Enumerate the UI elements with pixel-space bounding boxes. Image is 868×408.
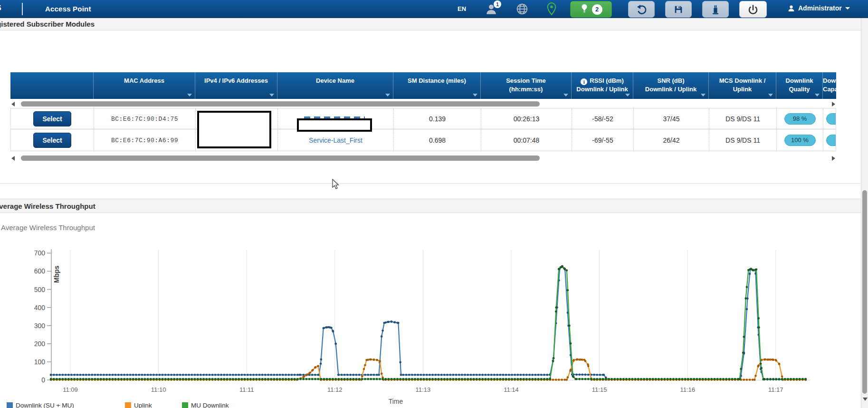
data-point: [523, 374, 525, 376]
device-name-link[interactable]: Service-Last_First: [309, 136, 362, 144]
data-point: [746, 379, 748, 381]
filter-arrow-icon[interactable]: [701, 94, 706, 97]
table-hscrollbar-top[interactable]: [10, 101, 836, 107]
info-icon[interactable]: i: [581, 78, 587, 85]
data-point: [558, 268, 560, 271]
data-point: [587, 363, 589, 366]
data-point: [399, 361, 401, 363]
filter-arrow-icon[interactable]: [187, 94, 192, 97]
globe-icon[interactable]: [516, 3, 528, 15]
scroll-right-icon[interactable]: [832, 156, 835, 161]
data-point: [235, 374, 237, 376]
scroll-left-icon[interactable]: [11, 156, 15, 161]
data-point: [523, 378, 525, 380]
data-point: [144, 378, 146, 380]
data-point: [379, 378, 381, 380]
data-point: [734, 378, 736, 380]
data-point: [112, 378, 114, 380]
location-pin-icon[interactable]: [546, 2, 557, 18]
downlink-quality-pill: 100 %: [784, 135, 816, 146]
data-point: [525, 378, 528, 380]
data-point: [70, 378, 73, 380]
data-point: [628, 378, 630, 380]
data-point: [599, 374, 601, 376]
data-point: [267, 374, 269, 376]
data-point: [73, 378, 76, 380]
data-point: [367, 374, 369, 376]
data-point: [346, 374, 349, 376]
x-axis-title: Time: [389, 398, 403, 405]
filter-arrow-icon[interactable]: [269, 94, 274, 97]
vscrollbar-thumb[interactable]: [862, 190, 867, 394]
undo-button[interactable]: [628, 1, 655, 18]
select-button[interactable]: Select: [33, 111, 71, 126]
filter-arrow-icon[interactable]: [385, 94, 390, 97]
data-point: [261, 378, 264, 380]
data-point: [417, 374, 419, 376]
data-point: [431, 374, 434, 376]
user-icon[interactable]: 1: [485, 3, 497, 15]
filter-arrow-icon[interactable]: [625, 94, 630, 97]
user-count-badge: 1: [494, 0, 501, 8]
data-point: [738, 378, 741, 380]
filter-arrow-icon[interactable]: [473, 94, 477, 97]
data-point: [608, 378, 610, 380]
navbar-divider: [22, 3, 23, 15]
filter-arrow-icon[interactable]: [815, 94, 820, 97]
data-point: [587, 374, 590, 376]
data-point: [566, 379, 568, 381]
data-point: [440, 378, 443, 380]
alerts-button[interactable]: 2: [570, 1, 612, 18]
data-point: [402, 374, 405, 376]
cell-dl_capacity: [823, 130, 836, 151]
data-point: [247, 374, 249, 376]
data-point: [244, 374, 246, 376]
language-selector[interactable]: EN: [458, 5, 466, 12]
select-button[interactable]: Select: [33, 133, 71, 148]
data-point: [631, 378, 634, 380]
data-point: [699, 378, 701, 380]
hscrollbar-thumb[interactable]: [21, 101, 540, 107]
table-hscrollbar-bottom[interactable]: [10, 155, 836, 162]
data-point: [120, 374, 123, 376]
data-point: [499, 374, 502, 376]
hscrollbar-thumb[interactable]: [21, 155, 540, 161]
data-point: [555, 311, 557, 313]
cell-dl_quality: 98 %: [776, 108, 823, 129]
data-point: [185, 378, 187, 380]
data-point: [320, 378, 323, 380]
data-point: [452, 374, 455, 376]
data-point: [461, 374, 463, 376]
data-point: [752, 379, 754, 381]
data-point: [238, 378, 240, 380]
power-button[interactable]: [739, 1, 767, 18]
data-point: [487, 378, 490, 380]
cell-device: Service-Last_First: [277, 130, 393, 151]
save-button[interactable]: [665, 1, 692, 18]
top-navbar: S Access Point EN 1 2 Administrator: [0, 0, 868, 18]
data-point: [217, 374, 219, 376]
y-tick-label: 200: [34, 340, 46, 348]
scroll-right-icon[interactable]: [832, 102, 835, 107]
data-point: [553, 357, 555, 359]
commit-button[interactable]: [702, 1, 729, 18]
admin-menu[interactable]: Administrator: [788, 4, 850, 12]
data-point: [147, 374, 149, 376]
x-tick-label: 11:10: [151, 386, 166, 393]
filter-arrow-icon[interactable]: [768, 94, 773, 97]
filter-arrow-icon[interactable]: [563, 94, 568, 97]
data-point: [109, 378, 111, 380]
data-point: [159, 374, 161, 376]
data-point: [764, 359, 766, 361]
data-point: [179, 374, 181, 376]
data-point: [220, 378, 222, 380]
scroll-left-icon[interactable]: [11, 102, 15, 107]
data-point: [768, 359, 770, 361]
data-point: [191, 378, 193, 380]
page-vscrollbar[interactable]: [861, 18, 868, 408]
data-point: [303, 376, 305, 378]
chart-title: Average Wireless Throughput: [1, 223, 95, 232]
column-header-mac-address: MAC Address: [93, 72, 195, 99]
scroll-down-icon[interactable]: [863, 398, 868, 401]
data-point: [129, 378, 132, 380]
